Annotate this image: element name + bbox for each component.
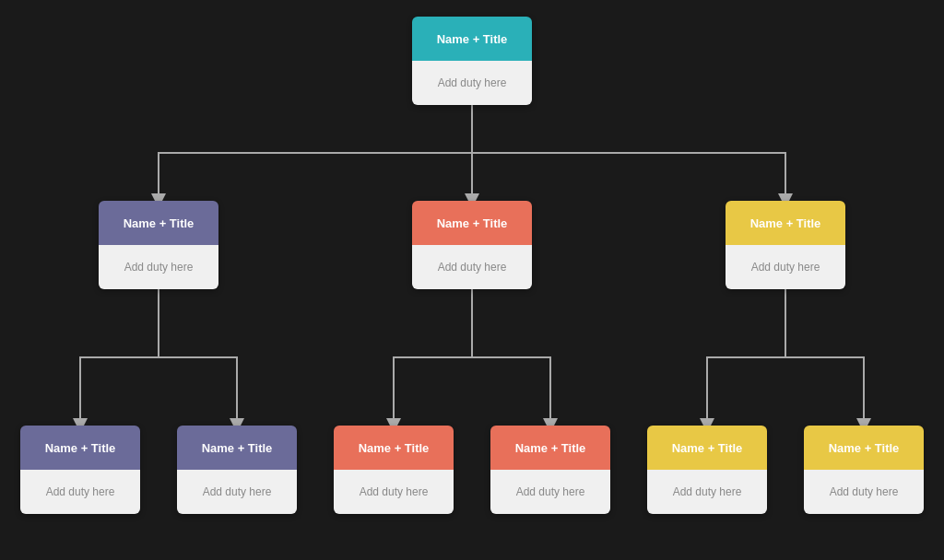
node-bot-cr-label: Name + Title	[515, 441, 586, 455]
node-bot-rr-body: Add duty here	[804, 470, 924, 514]
node-mid-center-header: Name + Title	[412, 201, 532, 245]
node-bot-cl[interactable]: Name + Title Add duty here	[334, 426, 454, 514]
org-chart: Name + Title Add duty here Name + Title …	[0, 0, 944, 560]
node-bot-rl-body: Add duty here	[647, 470, 767, 514]
node-bot-lr[interactable]: Name + Title Add duty here	[177, 426, 297, 514]
node-bot-rl-duty: Add duty here	[673, 485, 742, 498]
node-bot-cl-body: Add duty here	[334, 470, 454, 514]
node-bot-rr-header: Name + Title	[804, 426, 924, 470]
node-bot-rr[interactable]: Name + Title Add duty here	[804, 426, 924, 514]
node-mid-center-body: Add duty here	[412, 245, 532, 289]
node-root[interactable]: Name + Title Add duty here	[412, 17, 532, 105]
node-bot-rr-duty: Add duty here	[830, 485, 899, 498]
node-root-body: Add duty here	[412, 61, 532, 105]
node-bot-ll[interactable]: Name + Title Add duty here	[20, 426, 140, 514]
node-mid-right-duty: Add duty here	[751, 261, 820, 274]
node-bot-ll-duty: Add duty here	[46, 485, 115, 498]
node-mid-right-header: Name + Title	[726, 201, 845, 245]
node-mid-center-label: Name + Title	[437, 216, 508, 230]
node-bot-rr-label: Name + Title	[829, 441, 900, 455]
node-mid-left-label: Name + Title	[124, 216, 195, 230]
node-bot-rl[interactable]: Name + Title Add duty here	[647, 426, 767, 514]
node-bot-cr-header: Name + Title	[490, 426, 610, 470]
node-bot-rl-header: Name + Title	[647, 426, 767, 470]
node-mid-left-body: Add duty here	[99, 245, 218, 289]
node-bot-cr-body: Add duty here	[490, 470, 610, 514]
node-bot-ll-header: Name + Title	[20, 426, 140, 470]
node-bot-lr-body: Add duty here	[177, 470, 297, 514]
node-bot-ll-body: Add duty here	[20, 470, 140, 514]
node-bot-rl-label: Name + Title	[672, 441, 743, 455]
node-bot-cl-header: Name + Title	[334, 426, 454, 470]
node-mid-right-label: Name + Title	[750, 216, 821, 230]
node-bot-cr-duty: Add duty here	[516, 485, 585, 498]
node-mid-center[interactable]: Name + Title Add duty here	[412, 201, 532, 289]
node-mid-right-body: Add duty here	[726, 245, 845, 289]
node-root-duty: Add duty here	[438, 76, 507, 89]
node-bot-ll-label: Name + Title	[45, 441, 116, 455]
node-bot-lr-duty: Add duty here	[203, 485, 272, 498]
node-bot-lr-header: Name + Title	[177, 426, 297, 470]
node-mid-left-header: Name + Title	[99, 201, 218, 245]
node-bot-cl-label: Name + Title	[359, 441, 430, 455]
node-mid-right[interactable]: Name + Title Add duty here	[726, 201, 845, 289]
node-root-header: Name + Title	[412, 17, 532, 61]
node-mid-left-duty: Add duty here	[124, 261, 194, 274]
node-bot-lr-label: Name + Title	[202, 441, 273, 455]
node-bot-cl-duty: Add duty here	[360, 485, 429, 498]
node-bot-cr[interactable]: Name + Title Add duty here	[490, 426, 610, 514]
node-root-label: Name + Title	[437, 32, 508, 46]
node-mid-left[interactable]: Name + Title Add duty here	[99, 201, 218, 289]
node-mid-center-duty: Add duty here	[438, 261, 507, 274]
